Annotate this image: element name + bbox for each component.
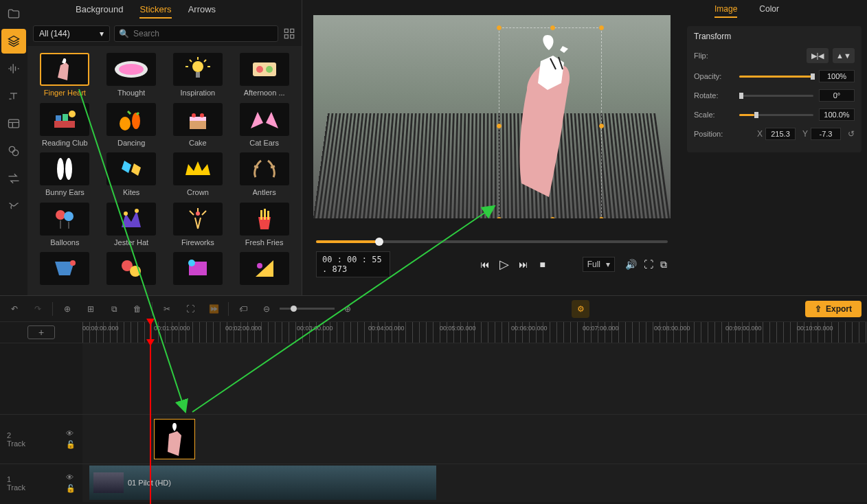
sticker-kites[interactable]: Kites [98,152,165,200]
tab-arrows[interactable]: Arrows [188,4,216,19]
sticker-fresh-fries[interactable]: Fresh Fries [231,203,297,250]
scale-value[interactable]: 100.0% [819,108,855,121]
sticker-label: Dancing [117,139,145,147]
grid-view-icon[interactable] [282,27,296,41]
redo-icon[interactable]: ↷ [29,300,47,318]
ruler-tick: 00:10:00.000 [797,325,833,332]
zoom-in-icon[interactable]: ⊕ [339,300,357,318]
snapshot-icon[interactable]: ⛶ [644,259,653,270]
video-preview[interactable] [313,15,671,218]
reset-icon[interactable]: ↺ [848,129,855,139]
chevron-down-icon: ▾ [100,29,104,38]
sticker-clip[interactable] [154,419,195,459]
sticker-inspiration[interactable]: Inspiration [165,53,232,100]
ruler-tick: 00:09:00.000 [725,325,762,332]
add-track-button[interactable]: + [27,325,55,339]
view-mode-dropdown[interactable]: Full ▾ [583,257,615,272]
svg-point-18 [120,117,131,130]
ruler-tick: 00:01:00.000 [154,325,190,332]
tag-icon[interactable]: 🏷 [234,300,252,318]
sticker-fireworks[interactable]: Fireworks [165,203,232,250]
delete-icon[interactable]: 🗑 [128,300,146,318]
opacity-slider[interactable] [739,76,813,78]
sticker-label: Inspiration [180,89,215,97]
ruler-tick: 00:04:00.000 [368,325,405,332]
next-frame-icon[interactable]: ⏭ [518,259,529,270]
play-icon[interactable]: ▷ [499,259,510,270]
tab-image[interactable]: Image [714,4,737,18]
text-icon[interactable] [1,84,26,108]
position-y-input[interactable]: -7.3 [811,128,841,140]
video-clip[interactable]: 01 Pilot (HD) [89,466,436,500]
rotate-slider[interactable] [739,95,813,97]
visibility-icon[interactable]: 👁 [66,473,76,481]
sticker-extra4[interactable] [231,252,297,288]
settings-icon[interactable]: ⚙ [572,300,589,318]
sticker-balloons[interactable]: Balloons [32,203,98,250]
sticker-thought[interactable]: Thought [98,53,165,100]
seek-slider[interactable] [316,240,668,243]
layers-icon[interactable] [1,29,26,54]
detach-icon[interactable]: ⧉ [660,259,668,270]
sticker-dancing[interactable]: Dancing [98,103,165,150]
sticker-extra3[interactable] [165,252,232,288]
marker-add-icon[interactable]: ⊕ [58,300,76,318]
sticker-antlers[interactable]: Antlers [231,152,297,200]
prev-frame-icon[interactable]: ⏮ [480,259,491,270]
sticker-grid: Finger Heart Thought Inspiration Afterno… [27,46,302,295]
search-input[interactable] [133,29,273,38]
sticker-extra2[interactable] [98,252,165,288]
sticker-afternoon[interactable]: Afternoon ... [231,53,297,100]
sticker-finger-heart[interactable]: Finger Heart [32,53,98,100]
position-x-input[interactable]: 215.3 [765,128,796,140]
playhead-line[interactable] [150,343,151,504]
sticker-filter-dropdown[interactable]: All (144) ▾ [33,25,110,42]
visibility-icon[interactable]: 👁 [66,429,76,437]
filter-icon[interactable] [1,139,26,163]
timeline-ruler[interactable]: 00:00:00.000 00:01:00.000 00:02:00.000 0… [82,322,867,343]
scale-slider[interactable] [739,114,813,116]
stop-icon[interactable]: ■ [537,259,548,270]
media-icon[interactable] [1,1,26,26]
tab-background[interactable]: Background [76,4,123,19]
search-box[interactable]: 🔍 [114,25,278,42]
audio-icon[interactable] [1,56,26,81]
sticker-cake[interactable]: Cake [165,103,232,150]
ruler-tick: 00:02:00.000 [225,325,262,332]
undo-icon[interactable]: ↶ [5,300,23,318]
zoom-slider[interactable] [280,308,335,310]
speed-icon[interactable]: ⏩ [205,300,223,318]
sticker-extra1[interactable] [32,252,98,288]
svg-rect-0 [9,119,19,128]
sticker-crown[interactable]: Crown [165,152,232,200]
opacity-value[interactable]: 100% [819,70,855,82]
flip-horizontal-button[interactable]: ▶|◀ [807,48,829,63]
lock-icon[interactable]: 🔓 [66,440,76,449]
template-icon[interactable] [1,111,26,136]
timecode-display[interactable]: 00 : 00 : 55 . 873 [316,251,390,277]
zoom-out-icon[interactable]: ⊖ [258,300,275,318]
export-button[interactable]: ⇪ Export [805,301,862,317]
marker-copy-icon[interactable]: ⧉ [105,300,123,318]
sticker-cat-ears[interactable]: Cat Ears [231,103,297,150]
marker-plus-icon[interactable]: ⊞ [82,300,100,318]
transition-icon[interactable] [1,166,26,191]
sticker-reading-club[interactable]: Reading Club [32,103,98,150]
svg-point-19 [132,113,140,129]
tab-color[interactable]: Color [759,4,779,18]
cut-icon[interactable]: ✂ [158,300,176,318]
rotate-value[interactable]: 0° [819,89,855,102]
flip-vertical-button[interactable]: ▲▼ [833,48,855,63]
track-number: 2 [7,431,11,439]
more-icon[interactable] [1,194,26,218]
svg-point-23 [200,113,204,117]
sticker-jester-hat[interactable]: Jester Hat [98,203,165,250]
svg-point-24 [57,158,64,180]
lock-icon[interactable]: 🔓 [66,484,76,493]
sticker-label: Cake [189,139,207,147]
crop-icon[interactable]: ⛶ [181,300,199,318]
sticker-bunny-ears[interactable]: Bunny Ears [32,152,98,200]
tab-stickers[interactable]: Stickers [139,4,171,19]
audio-icon[interactable]: 🔊 [626,259,637,270]
sticker-overlay[interactable] [499,27,602,218]
